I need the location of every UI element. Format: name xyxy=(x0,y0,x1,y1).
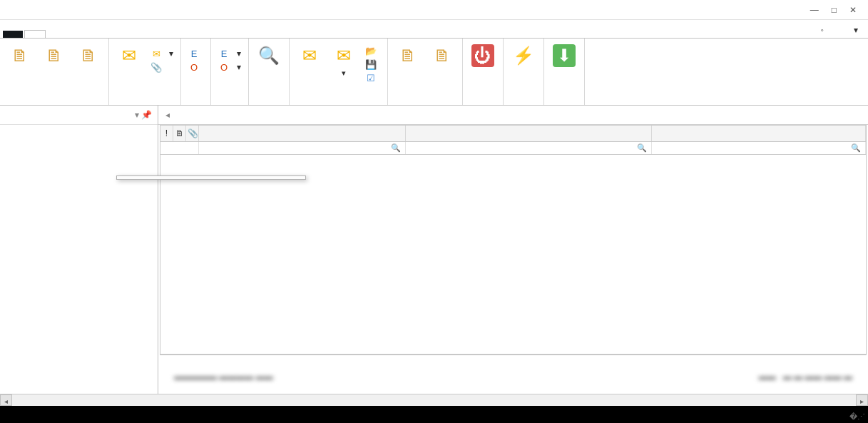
search-icon[interactable]: 🔍 xyxy=(637,143,647,153)
preview-pane: ▬▬▬▬▬ ▬▬▬▬ ▬▬ ▬▬ ▬ ▬ ▬▬ ▬▬ ▬ xyxy=(160,355,867,397)
live-exchange-server-button[interactable]: E ▾ xyxy=(215,47,244,60)
resize-grip-icon[interactable]: �⋰ xyxy=(849,412,865,422)
ribbon: 🗎 🗎 🗎 ✉ ✉ ▾ 📎 E O E ▾ O ▾ xyxy=(0,39,868,106)
scroll-right-button[interactable]: ▸ xyxy=(856,394,868,406)
refresh-button[interactable]: 🗎 xyxy=(73,43,104,70)
about-link[interactable]: ◦ xyxy=(821,25,824,35)
tab-file[interactable] xyxy=(3,31,23,38)
group-export-selected-label xyxy=(215,103,244,105)
save-snapshot-button[interactable]: 🗎 xyxy=(392,43,424,70)
col-from[interactable] xyxy=(199,126,406,141)
group-tools-label xyxy=(253,103,285,105)
group-export-all-label xyxy=(185,103,206,105)
folder-tree[interactable] xyxy=(0,125,158,404)
search-icon[interactable]: 🔍 xyxy=(391,143,401,153)
group-list-item-actions-label xyxy=(294,103,383,105)
scroll-left-button[interactable]: ◂ xyxy=(0,394,12,406)
tab-row: ◦ ▾ xyxy=(0,20,868,39)
outlook-pst-button[interactable]: ✉ xyxy=(113,43,145,70)
folder-list-pin-icon[interactable]: ▾ 📌 xyxy=(135,110,152,120)
preview-date: ▬▬ ▬ ▬ ▬▬ ▬▬ ▬ xyxy=(759,372,852,382)
close-pst-files-button[interactable]: 🗎 xyxy=(39,43,70,70)
status-bar: �⋰ xyxy=(0,406,868,423)
mail-grid: ! 🗎 📎 🔍 🔍 🔍 xyxy=(160,125,867,355)
col-type-icon[interactable]: 🗎 xyxy=(173,126,186,141)
save-attachments-button[interactable]: 💾 xyxy=(362,58,383,71)
horizontal-scrollbar[interactable]: ◂ ▸ xyxy=(0,394,868,406)
load-snapshot-button[interactable]: 🗎 xyxy=(427,43,458,70)
open-button[interactable]: 📂 xyxy=(362,44,383,57)
group-buy-now-label xyxy=(548,103,580,105)
search-icon[interactable]: 🔍 xyxy=(851,143,861,153)
office365-button[interactable]: O ▾ xyxy=(215,61,244,73)
export-in-pst-button[interactable]: ✉ xyxy=(294,43,325,70)
buy-now-button[interactable]: ⬇ xyxy=(548,43,580,70)
style-link[interactable]: ▾ xyxy=(854,25,858,35)
select-all-button[interactable]: ☑ xyxy=(362,71,383,84)
grid-header: ! 🗎 📎 xyxy=(160,126,866,142)
activate-license-button[interactable]: ⚡ xyxy=(508,43,539,70)
group-actions-label xyxy=(4,103,104,105)
folder-list-pane: ▾ 📌 xyxy=(0,106,158,404)
office365-mailboxes-button[interactable]: O xyxy=(185,61,206,73)
context-menu[interactable] xyxy=(116,175,306,180)
main-area: ▾ 📌 ◂ ! 🗎 📎 🔍 🔍 🔍 ▬▬▬▬▬ ▬▬▬▬ ▬▬ ▬ xyxy=(0,106,868,404)
live-exchange-mailboxes-button[interactable]: E xyxy=(185,47,206,60)
title-bar: — □ ✕ xyxy=(0,0,868,20)
add-pst-files-button[interactable]: 🗎 xyxy=(4,43,36,70)
col-date[interactable] xyxy=(652,126,866,141)
preview-from: ▬▬▬▬▬ ▬▬▬▬ ▬▬ xyxy=(174,372,273,382)
filter-row: 🔍 🔍 🔍 xyxy=(160,142,866,155)
group-activate-label xyxy=(508,103,539,105)
close-window-button[interactable]: ✕ xyxy=(849,5,857,15)
content-pane: ◂ ! 🗎 📎 🔍 🔍 🔍 ▬▬▬▬▬ ▬▬▬▬ ▬▬ ▬▬ ▬ ▬ ▬▬ ▬▬… xyxy=(158,106,868,404)
msg-eml-button[interactable]: ✉ ▾ xyxy=(148,47,176,60)
maximize-button[interactable]: □ xyxy=(832,5,837,15)
minimize-button[interactable]: — xyxy=(810,5,819,15)
search-button[interactable]: 🔍 xyxy=(253,43,285,70)
grid-body[interactable] xyxy=(160,155,866,354)
save-items-button[interactable]: ✉ ▾ xyxy=(328,43,359,80)
col-attachment-icon[interactable]: 📎 xyxy=(186,126,199,141)
exit-button[interactable]: ⏻ xyxy=(467,43,499,70)
group-save-all-label xyxy=(113,103,176,105)
col-importance-icon[interactable]: ! xyxy=(160,126,173,141)
tab-outlook-pst-repair[interactable] xyxy=(24,30,46,38)
group-exit-label xyxy=(467,103,499,105)
col-subject[interactable] xyxy=(406,126,652,141)
group-recovery-snapshots-label xyxy=(392,103,458,105)
all-attachments-button[interactable]: 📎 xyxy=(148,61,176,73)
